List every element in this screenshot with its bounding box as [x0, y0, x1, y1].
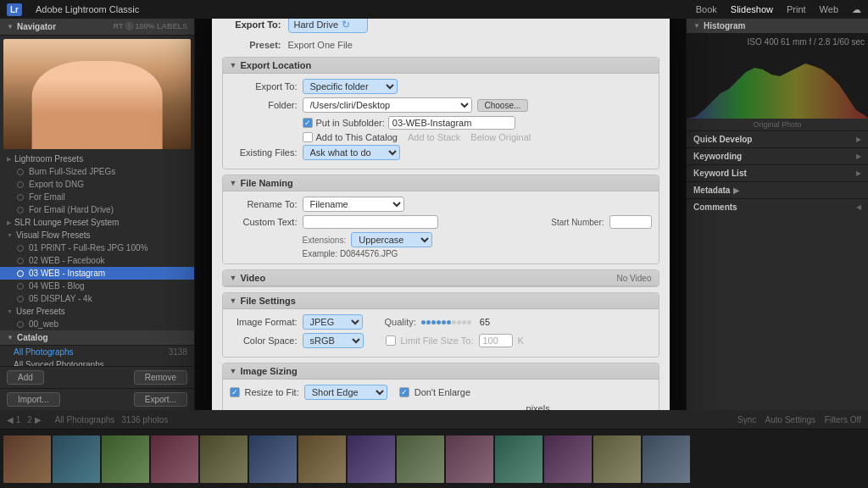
film-thumb-1[interactable] — [3, 435, 51, 483]
subfolder-input[interactable] — [388, 116, 515, 130]
nav-book[interactable]: Book — [696, 4, 717, 15]
film-thumb-9[interactable] — [397, 435, 444, 483]
image-sizing-header[interactable]: ▼ Image Sizing — [223, 363, 659, 380]
preset-03-instagram[interactable]: 03 WEB - Instagram — [0, 267, 194, 280]
preset-item-burn[interactable]: Burn Full-Sized JPEGs — [0, 165, 194, 178]
resize-checkbox[interactable]: ✓ — [230, 387, 240, 397]
color-space-label: Color Space: — [230, 336, 298, 346]
slr-lounge-group[interactable]: ▶ SLR Lounge Preset System — [0, 216, 194, 229]
limit-file-size-checkbox[interactable] — [386, 336, 396, 346]
comments-panel[interactable]: Comments ◀ — [687, 198, 868, 215]
keywording-panel[interactable]: Keywording ▶ — [687, 147, 868, 164]
user-presets-group[interactable]: ▼ User Presets — [0, 305, 194, 318]
preset-label-row: Preset: Export One File — [222, 40, 659, 50]
film-thumb-14[interactable] — [643, 435, 690, 483]
add-preset-button[interactable]: Add — [7, 370, 44, 385]
preset-00-label: 00_web — [29, 319, 58, 329]
film-thumb-7[interactable] — [298, 435, 346, 483]
remove-preset-button[interactable]: Remove — [134, 370, 187, 385]
rename-to-dropdown[interactable]: Filename — [303, 197, 404, 212]
import-button[interactable]: Import... — [7, 392, 60, 407]
film-thumb-12[interactable] — [544, 435, 592, 483]
preset-04-blog[interactable]: 04 WEB - Blog — [0, 280, 194, 292]
histogram-header[interactable]: ▼ Histogram — [687, 19, 868, 34]
nav-slideshow[interactable]: Slideshow — [731, 4, 773, 15]
film-thumb-2[interactable] — [53, 435, 100, 483]
sync-label[interactable]: Sync — [737, 415, 756, 424]
catalog-synced[interactable]: All Synced Photographs — [0, 358, 194, 366]
export-to-select[interactable]: Hard Drive ↻ — [288, 19, 369, 33]
metadata-panel[interactable]: Metadata ▶ — [687, 181, 868, 198]
quick-develop-panel[interactable]: Quick Develop ▶ — [687, 130, 868, 147]
export-location-header[interactable]: ▼ Export Location — [223, 58, 659, 74]
preset-00-web[interactable]: 00_web — [0, 318, 194, 330]
catalog-section: All Photographs 3138 All Synced Photogra… — [0, 346, 194, 366]
file-naming-header[interactable]: ▼ File Naming — [223, 175, 659, 191]
catalog-all-photos[interactable]: All Photographs 3138 — [0, 346, 194, 358]
auto-settings[interactable]: Auto Settings — [765, 415, 815, 424]
film-thumb-4[interactable] — [151, 435, 198, 483]
nav-web[interactable]: Web — [820, 4, 838, 15]
nav-print[interactable]: Print — [787, 4, 806, 15]
file-settings-section: ▼ File Settings Image Format: JPEG Quali… — [222, 292, 659, 358]
filmstrip-nav-next[interactable]: 2 ▶ — [27, 415, 41, 424]
film-thumb-11[interactable] — [495, 435, 542, 483]
color-space-dropdown[interactable]: sRGB — [303, 333, 364, 348]
film-thumb-5[interactable] — [200, 435, 248, 483]
preset-02-facebook[interactable]: 02 WEB - Facebook — [0, 254, 194, 267]
video-header[interactable]: ▼ Video No Video — [223, 270, 659, 286]
film-thumb-6[interactable] — [249, 435, 297, 483]
original-photo-label: Original Photo — [687, 119, 868, 130]
export-to-dropdown[interactable]: Specific folder — [303, 79, 398, 94]
keyword-list-panel[interactable]: Keyword List ▶ — [687, 164, 868, 181]
file-settings-triangle: ▼ — [230, 297, 237, 305]
video-title: Video — [240, 273, 265, 283]
radio-email — [17, 194, 24, 201]
file-settings-header[interactable]: ▼ File Settings — [223, 293, 659, 309]
existing-files-dropdown[interactable]: Ask what to do — [303, 145, 400, 160]
film-thumb-8[interactable] — [348, 435, 395, 483]
below-original-label: Below Original — [470, 132, 531, 142]
preset-item-email-hard[interactable]: For Email (Hard Drive) — [0, 203, 194, 216]
subfolder-checkbox[interactable]: ✓ — [303, 118, 313, 128]
lightroom-presets-group[interactable]: ▶ Lightroom Presets — [0, 152, 194, 165]
preset-05-display[interactable]: 05 DISPLAY - 4k — [0, 292, 194, 305]
start-number-input[interactable] — [609, 215, 652, 229]
export-button[interactable]: Export... — [134, 392, 187, 407]
main-area: ▼ Navigator RT ⓢ 100% LABELS ▶ Lightroom… — [0, 19, 868, 410]
resize-dropdown[interactable]: Short Edge — [304, 385, 387, 400]
preset-01-label: 01 PRINT - Full-Res JPG 100% — [29, 243, 147, 252]
add-to-catalog-checkbox[interactable] — [303, 132, 313, 142]
navigator-header[interactable]: ▼ Navigator RT ⓢ 100% LABELS — [0, 19, 194, 36]
image-sizing-title: Image Sizing — [240, 366, 297, 376]
film-thumb-3[interactable] — [102, 435, 149, 483]
preset-item-dng[interactable]: Export to DNG — [0, 178, 194, 191]
folder-dropdown[interactable]: /Users/cliri/Desktop — [303, 97, 472, 113]
dont-enlarge-checkbox[interactable]: ✓ — [399, 387, 409, 397]
filmstrip-nav-prev[interactable]: ◀ 1 — [7, 415, 20, 424]
film-thumb-13[interactable] — [593, 435, 641, 483]
extensions-dropdown[interactable]: Uppercase — [351, 232, 432, 247]
image-sizing-section: ▼ Image Sizing ✓ Resize to Fit: Short Ed… — [222, 363, 659, 410]
preset-item-email[interactable]: For Email — [0, 191, 194, 203]
filters-off[interactable]: Filters Off — [825, 415, 861, 424]
image-format-dropdown[interactable]: JPEG — [303, 314, 363, 330]
histogram-label: Histogram — [704, 21, 745, 30]
cloud-icon[interactable]: ☁ — [852, 4, 861, 15]
resize-row: ✓ Resize to Fit: Short Edge ✓ Don't Enla… — [230, 385, 652, 400]
film-thumb-10[interactable] — [446, 435, 493, 483]
preset-01-print[interactable]: 01 PRINT - Full-Res JPG 100% — [0, 241, 194, 254]
visual-flow-group[interactable]: ▼ Visual Flow Presets — [0, 229, 194, 241]
q-dot-4 — [437, 320, 441, 324]
choose-folder-button[interactable]: Choose... — [477, 99, 529, 112]
slr-triangle: ▶ — [7, 219, 11, 226]
subfolder-row: ✓ Put in Subfolder: — [230, 116, 652, 130]
custom-text-input[interactable] — [303, 215, 438, 229]
catalog-header[interactable]: ▼ Catalog — [0, 330, 194, 346]
image-sizing-content: ✓ Resize to Fit: Short Edge ✓ Don't Enla… — [223, 380, 659, 410]
radio-04 — [17, 283, 24, 290]
filmstrip-all-photos[interactable]: All Photographs — [55, 415, 115, 424]
metadata-panel-sub: ▶ — [733, 186, 740, 195]
preset-row-value: Export One File — [288, 40, 353, 50]
limit-file-size-input[interactable] — [479, 334, 513, 347]
